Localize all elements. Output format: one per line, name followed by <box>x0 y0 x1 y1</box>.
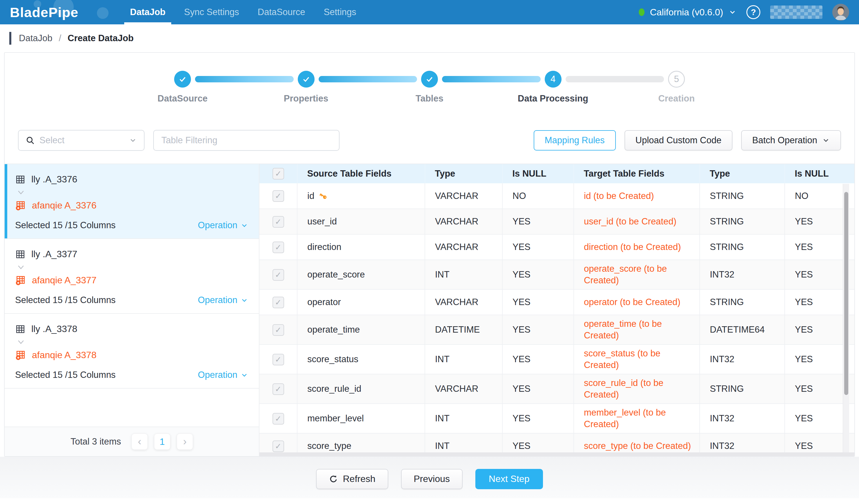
select-placeholder: Select <box>40 135 124 145</box>
table-mapping-item[interactable]: lly .A_3376 afanqie A_3376 Selected 15 /… <box>5 164 259 239</box>
nav-item[interactable]: DataJob <box>121 0 175 25</box>
source-field-type: VARCHAR <box>425 183 502 209</box>
source-field-nullable: YES <box>502 234 574 260</box>
step-connector <box>566 76 664 82</box>
row-checkbox[interactable]: ✓ <box>272 269 284 281</box>
row-checkbox[interactable]: ✓ <box>272 216 284 227</box>
row-checkbox[interactable]: ✓ <box>272 190 284 202</box>
step-connector <box>195 76 294 82</box>
horizontal-scrollbar[interactable] <box>259 452 854 456</box>
environment-selector[interactable]: California (v0.6.0) <box>639 7 737 18</box>
step-label: Properties <box>284 93 328 104</box>
step-connector <box>319 76 417 82</box>
chevron-down-icon <box>240 296 248 304</box>
select-all-checkbox[interactable]: ✓ <box>272 168 284 179</box>
wizard-step: 4 Data Processing <box>438 71 561 88</box>
table-filter-input[interactable] <box>153 130 340 151</box>
table-list-panel: lly .A_3376 afanqie A_3376 Selected 15 /… <box>5 164 259 456</box>
previous-button[interactable]: Previous <box>401 469 463 489</box>
filter-select[interactable]: Select <box>18 130 145 151</box>
operation-dropdown[interactable]: Operation <box>198 370 248 380</box>
breadcrumb-parent[interactable]: DataJob <box>19 33 52 44</box>
target-field-name: user_id (to be Created) <box>574 209 700 234</box>
wizard-step: 5 Creation <box>561 71 685 88</box>
top-navbar: BladePipe DataJob Sync Settings DataSour… <box>0 0 859 25</box>
target-field-name: operate_time (to be Created) <box>574 315 700 345</box>
operation-dropdown[interactable]: Operation <box>198 295 248 305</box>
row-checkbox[interactable]: ✓ <box>272 241 284 253</box>
nav-item[interactable]: DataSource <box>248 0 315 25</box>
target-field-name: direction (to be Created) <box>574 234 700 260</box>
target-field-type: INT32 <box>700 404 785 433</box>
col-source-fields: Source Table Fields <box>297 164 425 183</box>
row-checkbox[interactable]: ✓ <box>272 297 284 308</box>
row-checkbox[interactable]: ✓ <box>272 354 284 365</box>
vertical-scrollbar[interactable] <box>843 184 849 452</box>
source-field-nullable: YES <box>502 374 574 404</box>
action-bar: Refresh Previous Next Step <box>0 457 859 498</box>
step-label: DataSource <box>157 93 208 104</box>
source-field-nullable: NO <box>502 183 574 209</box>
pagination-page-1[interactable]: 1 <box>154 434 170 450</box>
step-circle <box>421 71 438 88</box>
next-step-button[interactable]: Next Step <box>476 469 543 489</box>
source-field-nullable: YES <box>502 315 574 345</box>
breadcrumb: DataJob / Create DataJob <box>0 25 859 52</box>
nav-item[interactable]: Sync Settings <box>175 0 248 25</box>
chevron-down-icon[interactable] <box>17 339 25 345</box>
status-dot-icon <box>639 9 645 16</box>
table-row: ✓ id VARCHAR NO id (to be Created) STRIN… <box>259 183 854 209</box>
help-icon[interactable]: ? <box>747 5 760 19</box>
table-mapping-item[interactable]: lly .A_3378 afanqie A_3378 Selected 15 /… <box>5 314 259 389</box>
vertical-scrollbar-thumb[interactable] <box>844 192 848 395</box>
step-label: Creation <box>658 93 695 104</box>
pagination-next-button[interactable]: › <box>177 434 193 450</box>
col-target-type: Type <box>700 164 785 183</box>
table-mapping-item[interactable]: lly .A_3377 afanqie A_3377 Selected 15 /… <box>5 239 259 314</box>
batch-operation-button[interactable]: Batch Operation <box>741 130 841 151</box>
refresh-button[interactable]: Refresh <box>316 469 388 489</box>
wizard-stepper: DataSource Properties Tables <box>174 71 685 88</box>
mapping-rules-button[interactable]: Mapping Rules <box>534 130 616 151</box>
chevron-down-icon[interactable] <box>17 189 25 196</box>
refresh-icon <box>329 474 338 484</box>
source-field-name: id <box>307 190 314 202</box>
operation-label: Operation <box>198 370 237 380</box>
pagination-prev-button[interactable]: ‹ <box>132 434 148 450</box>
step-label: Tables <box>416 93 443 104</box>
row-checkbox[interactable]: ✓ <box>272 441 284 452</box>
source-field-type: VARCHAR <box>425 289 502 315</box>
wizard-step: DataSource <box>174 71 191 88</box>
table-create-icon <box>15 349 26 360</box>
col-source-isnull: Is NULL <box>502 164 574 183</box>
target-field-type: STRING <box>700 289 785 315</box>
nav-item[interactable]: Settings <box>315 0 366 25</box>
step-number: 5 <box>674 74 679 84</box>
row-checkbox[interactable]: ✓ <box>272 383 284 395</box>
target-field-type: DATETIME64 <box>700 315 785 345</box>
batch-operation-label: Batch Operation <box>752 135 817 145</box>
content-split: lly .A_3376 afanqie A_3376 Selected 15 /… <box>5 163 854 456</box>
operation-label: Operation <box>198 295 237 305</box>
source-table-name: lly .A_3377 <box>31 249 77 259</box>
row-checkbox[interactable]: ✓ <box>272 324 284 336</box>
chevron-down-icon <box>240 371 248 379</box>
source-field-nullable: YES <box>502 404 574 433</box>
source-field-nullable: YES <box>502 260 574 289</box>
total-items-label: Total 3 items <box>71 437 121 447</box>
table-row: ✓ member_level INT YES member_level (to … <box>259 404 854 433</box>
target-field-type: STRING <box>700 209 785 234</box>
operation-dropdown[interactable]: Operation <box>198 220 248 231</box>
table-row: ✓ user_id VARCHAR YES user_id (to be Cre… <box>259 209 854 234</box>
source-field-type: VARCHAR <box>425 209 502 234</box>
source-field-nullable: YES <box>502 345 574 374</box>
operation-label: Operation <box>198 220 237 231</box>
main-card: DataSource Properties Tables <box>4 52 855 457</box>
avatar[interactable] <box>832 4 849 20</box>
row-checkbox[interactable]: ✓ <box>272 413 284 425</box>
source-field-name: score_status <box>307 353 358 365</box>
table-create-icon <box>15 200 26 211</box>
table-row: ✓ operate_time DATETIME YES operate_time… <box>259 315 854 345</box>
upload-custom-code-button[interactable]: Upload Custom Code <box>624 130 733 151</box>
chevron-down-icon[interactable] <box>17 264 25 270</box>
